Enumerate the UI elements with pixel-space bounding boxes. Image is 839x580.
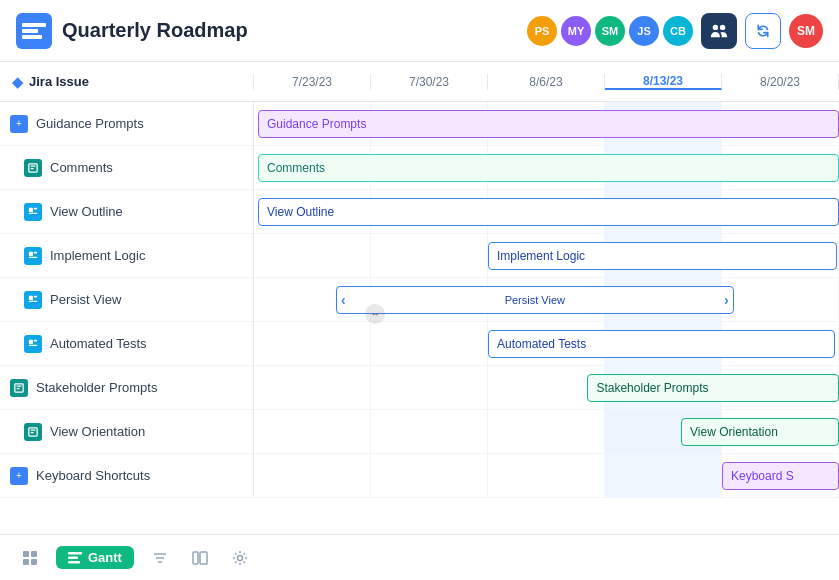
row-label-view-orientation: View Orientation [0, 410, 254, 453]
gantt-automated-tests: Automated Tests [254, 322, 839, 365]
header-left: Quarterly Roadmap [16, 13, 248, 49]
row-label-implement-logic: Implement Logic [0, 234, 254, 277]
people-button[interactable] [701, 13, 737, 49]
icon-view-orientation [24, 423, 42, 441]
svg-rect-8 [29, 212, 37, 213]
settings-button[interactable] [226, 544, 254, 572]
icon-view-outline [24, 203, 42, 221]
app-logo [16, 13, 52, 49]
issue-column-header: ◆ Jira Issue [0, 74, 254, 90]
svg-rect-27 [31, 559, 37, 565]
row-label-view-outline: View Outline [0, 190, 254, 233]
svg-rect-22 [31, 429, 36, 430]
svg-rect-0 [22, 23, 46, 27]
row-label-comments: Comments [0, 146, 254, 189]
gantt-rows: + Guidance Prompts Guidance Prompts [0, 102, 839, 534]
row-label-guidance-prompts: + Guidance Prompts [0, 102, 254, 145]
gantt-implement-logic: Implement Logic [254, 234, 839, 277]
svg-rect-13 [34, 295, 37, 297]
row-keyboard-shortcuts: + Keyboard Shortcuts Keyboard S [0, 454, 839, 498]
svg-rect-9 [29, 251, 33, 255]
row-label-stakeholder-prompts: Stakeholder Prompts [0, 366, 254, 409]
svg-rect-25 [31, 551, 37, 557]
row-label-persist-view: Persist View [0, 278, 254, 321]
row-implement-logic: Implement Logic Implement Logic [0, 234, 839, 278]
svg-rect-30 [68, 561, 80, 564]
icon-automated-tests [24, 335, 42, 353]
column-headers: ◆ Jira Issue 7/23/23 7/30/23 8/6/23 8/13… [0, 62, 839, 102]
svg-rect-5 [31, 168, 34, 169]
avatar-ps: PS [527, 16, 557, 46]
main-content: ◆ Jira Issue 7/23/23 7/30/23 8/6/23 8/13… [0, 62, 839, 534]
user-avatar[interactable]: SM [789, 14, 823, 48]
svg-rect-20 [17, 388, 20, 389]
svg-rect-7 [34, 207, 37, 209]
date-col-4: 8/13/23 [605, 74, 722, 90]
row-view-outline: View Outline View Outline [0, 190, 839, 234]
svg-rect-23 [31, 432, 34, 433]
svg-rect-1 [22, 29, 38, 33]
date-col-2: 7/30/23 [371, 74, 488, 90]
svg-rect-17 [29, 344, 37, 345]
header-right: PS MY SM JS CB SM [527, 13, 823, 49]
svg-rect-2 [22, 35, 42, 39]
refresh-button[interactable] [745, 13, 781, 49]
row-automated-tests: Automated Tests Automated Tests [0, 322, 839, 366]
row-guidance-prompts: + Guidance Prompts Guidance Prompts [0, 102, 839, 146]
gantt-view-button[interactable]: Gantt [56, 546, 134, 569]
svg-rect-10 [34, 251, 37, 253]
svg-rect-6 [29, 207, 33, 211]
svg-rect-28 [68, 552, 82, 555]
avatar-sm: SM [595, 16, 625, 46]
grid-view-button[interactable] [16, 544, 44, 572]
icon-keyboard-shortcuts: + [10, 467, 28, 485]
gantt-view-outline: View Outline [254, 190, 839, 233]
icon-guidance-prompts: + [10, 115, 28, 133]
page-title: Quarterly Roadmap [62, 19, 248, 42]
avatar-my: MY [561, 16, 591, 46]
diamond-icon: ◆ [12, 74, 23, 90]
svg-rect-34 [193, 552, 198, 564]
svg-rect-14 [29, 300, 37, 301]
row-stakeholder-prompts: Stakeholder Prompts Stakeholder Prompts [0, 366, 839, 410]
filter-button[interactable] [146, 544, 174, 572]
svg-rect-16 [34, 339, 37, 341]
header: Quarterly Roadmap PS MY SM JS CB SM [0, 0, 839, 62]
columns-button[interactable] [186, 544, 214, 572]
avatar-js: JS [629, 16, 659, 46]
svg-rect-4 [31, 165, 36, 166]
svg-rect-29 [68, 556, 78, 559]
row-label-automated-tests: Automated Tests [0, 322, 254, 365]
svg-rect-35 [200, 552, 207, 564]
footer-toolbar: Gantt [0, 534, 839, 580]
gantt-date-headers: 7/23/23 7/30/23 8/6/23 8/13/23 8/20/23 [254, 74, 839, 90]
svg-rect-19 [17, 385, 22, 386]
icon-implement-logic [24, 247, 42, 265]
date-col-1: 7/23/23 [254, 74, 371, 90]
date-col-3: 8/6/23 [488, 74, 605, 90]
icon-stakeholder-prompts [10, 379, 28, 397]
avatar-cb: CB [663, 16, 693, 46]
gantt-persist-view: ‹ Persist View › ↔ [254, 278, 839, 321]
row-view-orientation: View Orientation View Orientation [0, 410, 839, 454]
gantt-comments: Comments [254, 146, 839, 189]
svg-rect-11 [29, 256, 37, 257]
gantt-bg-cols [254, 102, 839, 145]
svg-rect-26 [23, 559, 29, 565]
svg-point-36 [237, 555, 242, 560]
gantt-keyboard-shortcuts: Keyboard S [254, 454, 839, 497]
icon-persist-view [24, 291, 42, 309]
collaborators: PS MY SM JS CB [527, 16, 693, 46]
gantt-stakeholder-prompts: Stakeholder Prompts [254, 366, 839, 409]
row-comments: Comments Comments [0, 146, 839, 190]
row-label-keyboard-shortcuts: + Keyboard Shortcuts [0, 454, 254, 497]
row-persist-view: Persist View ‹ Persist View › [0, 278, 839, 322]
svg-rect-24 [23, 551, 29, 557]
icon-comments [24, 159, 42, 177]
date-col-5: 8/20/23 [722, 74, 839, 90]
svg-rect-12 [29, 295, 33, 299]
svg-rect-15 [29, 339, 33, 343]
gantt-guidance-prompts: Guidance Prompts [254, 102, 839, 145]
gantt-view-orientation: View Orientation [254, 410, 839, 453]
